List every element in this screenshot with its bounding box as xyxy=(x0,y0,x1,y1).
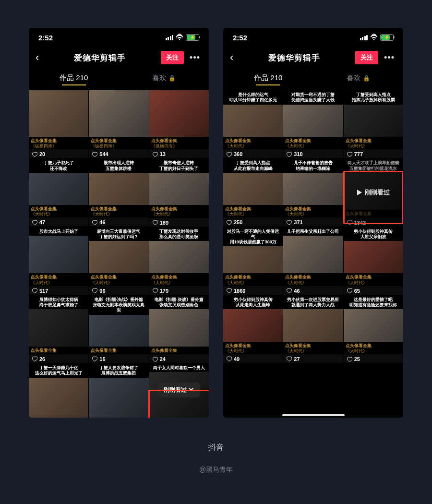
video-title-overlay: 电影《扫黑·决战》番外篇张颂文无剧本表演笑戏太真实 xyxy=(89,295,148,315)
status-bar: 2:52 ⚡ xyxy=(223,28,403,47)
video-cell[interactable]: 穷小伙得到股神真传从此走向人生巅峰点头像看全集《大时代》49 xyxy=(223,295,283,363)
like-count: 26 xyxy=(32,356,45,362)
video-title-overlay: 电影《扫黑·决战》番外篇张颂文哭戏告别角色 xyxy=(149,295,209,310)
series-label: 点头像看全集 xyxy=(91,138,146,144)
lock-icon: 🔒 xyxy=(168,75,176,82)
heart-icon xyxy=(226,152,232,157)
video-series-overlay: 点头像看全集《大时代》 xyxy=(89,273,148,286)
video-series-overlay: 点头像看全集《大时代》 xyxy=(344,273,403,286)
video-title-overlay: 展博向三大富翁借运气丁蟹的好运到了吗？ xyxy=(89,227,148,241)
more-button[interactable]: ••• xyxy=(188,53,202,63)
heart-icon xyxy=(92,288,97,293)
video-grid[interactable]: 是什么样的运气可以10分钟赚了四亿多元点头像看全集《大时代》360对期货一窍不通… xyxy=(223,90,403,363)
video-cell[interactable]: 股市大战马上开始了点头像看全集《大时代》517 xyxy=(29,227,88,295)
more-button[interactable]: ••• xyxy=(382,53,396,63)
video-title-overlay: 对股马一窍不通的人凭借运气用10块钱居然赢了300万 xyxy=(223,227,283,247)
back-button[interactable]: ‹ xyxy=(230,51,233,64)
video-title-overlay: 穷小伙第一次进股票交易所就遇到了两大势力大战 xyxy=(283,295,343,310)
like-count: 46 xyxy=(286,288,300,294)
video-cell[interactable]: 穷小伙得到股神真传大胜父亲旧敌点头像看全集《大时代》65 xyxy=(344,227,403,295)
series-label: 点头像看全集 xyxy=(285,275,341,280)
tab-works[interactable]: 作品 210 xyxy=(223,73,313,83)
tab-likes[interactable]: 喜欢 🔒 xyxy=(313,73,404,83)
video-series-overlay: 点头像看全集《纵横四海》 xyxy=(149,137,209,149)
phone-right: 2:52 ⚡ ‹ 爱德华剪辑手 关注 ••• 作品 210 喜欢 🔒 是什么样的… xyxy=(223,28,403,418)
video-cell[interactable]: 丁蟹儿子都死了还不悔改点头像看全集《大时代》47 xyxy=(29,158,88,226)
video-series-overlay: 点头像看全集《大时代》 xyxy=(223,273,283,286)
video-cell[interactable]: 丁蟹又要发战争财了展博挑战五蟹集团 xyxy=(89,363,148,418)
video-title-overlay: 这是最好的爱情了吧明知道有危险还要来找你 xyxy=(344,295,403,310)
status-time: 2:52 xyxy=(38,34,53,42)
video-title-overlay: 穷小伙得到股神真传大胜父亲旧敌 xyxy=(344,227,403,241)
series-sub: 《大时代》 xyxy=(225,280,281,285)
series-sub: 《大时代》 xyxy=(285,144,341,148)
video-cell[interactable]: 点头像看全集《纵横四海》13 xyxy=(149,90,209,158)
like-count: 47 xyxy=(32,219,45,225)
heart-icon xyxy=(92,220,97,225)
heart-icon xyxy=(32,356,37,361)
series-sub: 《大时代》 xyxy=(91,280,146,285)
series-sub: 《大时代》 xyxy=(151,280,207,285)
video-cell[interactable]: 对期货一窍不通的丁蟹凭借鸿运当头赚了大钱点头像看全集《大时代》310 xyxy=(283,90,343,158)
video-cell[interactable]: 两个女人同时喜欢一个男人刚刚看过︾ xyxy=(149,363,209,418)
video-series-overlay: 点头像看全集《大时代》 xyxy=(223,137,283,149)
heart-icon xyxy=(226,288,232,293)
video-cell[interactable]: 股市出现大逆转五蟹集体跳楼点头像看全集《大时代》46 xyxy=(89,158,148,226)
series-sub: 《大时代》 xyxy=(225,144,281,148)
tab-works[interactable]: 作品 210 xyxy=(29,73,119,83)
profile-tabs: 作品 210 喜欢 🔒 xyxy=(223,68,403,87)
series-sub: 《大时代》 xyxy=(346,348,401,353)
home-indicator[interactable] xyxy=(282,414,345,416)
video-title-overlay: 股市出现大逆转五蟹集体跳楼 xyxy=(89,158,148,173)
video-title-overlay: 丁蟹受到高人指点指挥儿子放掉所有股票 xyxy=(344,90,403,105)
follow-button[interactable]: 关注 xyxy=(355,51,378,64)
series-sub: 《大时代》 xyxy=(225,348,281,353)
back-button[interactable]: ‹ xyxy=(36,51,39,64)
video-cell[interactable]: 这是最好的爱情了吧明知道有危险还要来找你点头像看全集《大时代》25 xyxy=(344,295,403,363)
series-sub: 《大时代》 xyxy=(225,212,281,216)
heart-icon xyxy=(92,152,97,157)
video-cell[interactable]: 丁蟹发现这时候收手那么真的是可笑至极点头像看全集《大时代》179 xyxy=(149,227,209,295)
video-title-overlay: 丁蟹受到高人指点从此在股市走向巅峰 xyxy=(223,158,283,173)
tab-likes[interactable]: 喜欢 🔒 xyxy=(119,73,209,83)
status-indicators: ⚡ xyxy=(166,34,200,41)
series-label: 点头像看全集 xyxy=(225,275,281,280)
video-cell[interactable]: 儿子不停爸爸的忠告结果输的一塌糊涂点头像看全集《大时代》371 xyxy=(283,158,343,226)
heart-icon xyxy=(32,152,37,157)
video-series-overlay: 点头像看全集 xyxy=(149,347,209,354)
series-label: 点头像看全集 xyxy=(346,138,401,144)
video-cell[interactable]: 对股马一窍不通的人凭借运气用10块钱居然赢了300万点头像看全集《大时代》186… xyxy=(223,227,283,295)
heart-icon xyxy=(152,220,158,225)
like-count: 360 xyxy=(226,151,242,157)
video-title-overlay: 对期货一窍不通的丁蟹凭借鸿运当头赚了大钱 xyxy=(283,90,343,105)
series-sub: 《纵横四海》 xyxy=(151,144,207,148)
series-sub: 《大时代》 xyxy=(346,144,401,148)
video-cell[interactable]: 丁蟹一天净赚几十亿这么好的运气马上用光了 xyxy=(29,363,88,418)
video-cell[interactable]: 股市奇迹大逆转丁蟹的好日子到头了点头像看全集《大时代》189 xyxy=(149,158,209,226)
video-cell[interactable]: 点头像看全集《纵横四海》544 xyxy=(89,90,148,158)
series-label: 点头像看全集 xyxy=(285,343,341,348)
video-title-overlay: 穷小伙得到股神真传从此走向人生巅峰 xyxy=(223,295,283,310)
video-cell[interactable]: 电影《扫黑·决战》番外篇张颂文哭戏告别角色点头像看全集24 xyxy=(149,295,209,363)
video-cell[interactable]: 儿子把亲生父亲赶出了公司点头像看全集《大时代》46 xyxy=(283,227,343,295)
follow-button[interactable]: 关注 xyxy=(161,51,184,64)
video-cell[interactable]: 两大天才联手上演草船借箭五蟹集团被打的落花流水点头像看全集1342刚刚看过 xyxy=(344,158,403,226)
series-sub: 《纵横四海》 xyxy=(91,144,146,148)
video-cell[interactable]: 是什么样的运气可以10分钟赚了四亿多元点头像看全集《大时代》360 xyxy=(223,90,283,158)
just-watched-overlay[interactable]: 刚刚看过 xyxy=(344,158,403,226)
series-sub: 《大时代》 xyxy=(285,348,341,353)
video-cell[interactable]: 点头像看全集《纵横四海》20 xyxy=(29,90,88,158)
video-grid[interactable]: 点头像看全集《纵横四海》20点头像看全集《纵横四海》544点头像看全集《纵横四海… xyxy=(29,90,209,418)
video-cell[interactable]: 穷小伙第一次进股票交易所就遇到了两大势力大战点头像看全集《大时代》27 xyxy=(283,295,343,363)
video-cell[interactable]: 展博得知小犹太得病终于鼓足勇气求婚了点头像看全集26 xyxy=(29,295,88,363)
video-cell[interactable]: 展博向三大富翁借运气丁蟹的好运到了吗？点头像看全集《大时代》96 xyxy=(89,227,148,295)
video-cell[interactable]: 电影《扫黑·决战》番外篇张颂文无剧本表演笑戏太真实点头像看全集16 xyxy=(89,295,148,363)
like-count: 49 xyxy=(226,356,240,362)
video-cell[interactable]: 丁蟹受到高人指点指挥儿子放掉所有股票点头像看全集《大时代》777 xyxy=(344,90,403,158)
series-label: 点头像看全集 xyxy=(151,275,207,280)
profile-title: 爱德华剪辑手 xyxy=(237,52,351,63)
just-watched-chip[interactable]: 刚刚看过︾ xyxy=(158,383,200,397)
video-cell[interactable]: 丁蟹受到高人指点从此在股市走向巅峰点头像看全集《大时代》250 xyxy=(223,158,283,226)
video-series-overlay: 点头像看全集《大时代》 xyxy=(344,137,403,149)
series-label: 点头像看全集 xyxy=(91,206,146,212)
